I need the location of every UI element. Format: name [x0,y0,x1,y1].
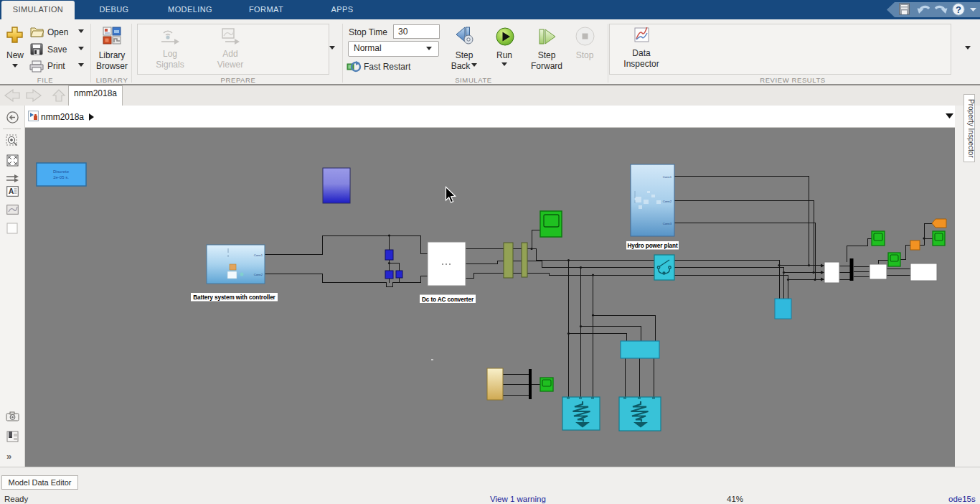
svg-text:Hydro power plant: Hydro power plant [627,243,678,249]
svg-text:Conn1: Conn1 [254,253,263,257]
svg-text:Battery system with controller: Battery system with controller [193,294,275,301]
svg-text:Conn1: Conn1 [663,175,672,179]
svg-text:Conn3: Conn3 [663,222,672,225]
svg-text:2e-05 s.: 2e-05 s. [53,175,69,179]
svg-text:Conn2: Conn2 [663,200,672,203]
svg-text:A: A [9,187,14,195]
svg-text:?: ? [956,4,961,15]
svg-text:Conn2: Conn2 [254,273,263,276]
svg-text:Dc to AC converter: Dc to AC converter [422,297,474,303]
svg-text:Discrete: Discrete [53,169,70,174]
